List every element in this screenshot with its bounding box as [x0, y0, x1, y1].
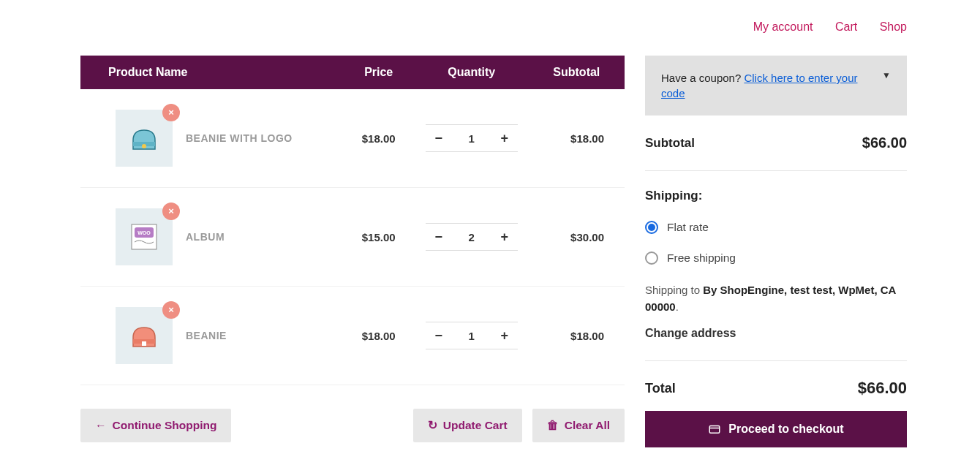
shipping-option-flat-rate[interactable]: Flat rate	[645, 221, 907, 234]
continue-shopping-button[interactable]: ← Continue Shopping	[80, 409, 231, 442]
qty-decrease-button[interactable]: −	[426, 224, 452, 250]
change-address-link[interactable]: Change address	[645, 327, 907, 340]
top-nav: My account Cart Shop	[80, 0, 907, 41]
remove-item-button[interactable]: ×	[162, 104, 180, 121]
shipping-to-text: Shipping to By ShopEngine, test test, Wp…	[645, 282, 907, 315]
chevron-down-icon: ▼	[882, 70, 891, 80]
table-row: × BEANIE WITH LOGO $18.00 − 1	[80, 89, 625, 188]
proceed-to-checkout-button[interactable]: Proceed to checkout	[645, 411, 907, 447]
nav-shop[interactable]: Shop	[880, 20, 907, 33]
shipping-option-label: Flat rate	[667, 221, 709, 234]
total-row: Total $66.00	[645, 361, 907, 411]
quantity-stepper: − 1 +	[426, 124, 518, 152]
update-cart-button[interactable]: ↻ Update Cart	[413, 409, 522, 442]
trash-icon: 🗑	[547, 419, 559, 432]
svg-rect-7	[710, 426, 720, 434]
col-subtotal: Subtotal	[536, 56, 625, 89]
col-product-name: Product Name	[80, 56, 350, 89]
radio-icon	[645, 251, 658, 265]
refresh-icon: ↻	[428, 419, 437, 432]
total-label: Total	[645, 381, 676, 396]
shipping-heading: Shipping	[645, 189, 907, 203]
card-icon	[708, 423, 721, 436]
subtotal-row: Subtotal $66.00	[645, 116, 907, 171]
nav-my-account[interactable]: My account	[753, 20, 813, 33]
quantity-stepper: − 2 +	[426, 223, 518, 251]
qty-value: 2	[452, 231, 491, 243]
cart-actions: ← Continue Shopping ↻ Update Cart 🗑 Clea…	[80, 409, 625, 442]
clear-all-button[interactable]: 🗑 Clear All	[532, 409, 625, 442]
product-price: $18.00	[350, 89, 407, 188]
shipping-block: Shipping Flat rate Free shipping Shippin…	[645, 171, 907, 361]
svg-text:WOO: WOO	[137, 230, 151, 235]
qty-increase-button[interactable]: +	[491, 322, 518, 349]
qty-value: 1	[452, 132, 491, 145]
product-subtotal: $18.00	[536, 89, 625, 188]
col-price: Price	[350, 56, 407, 89]
table-row: × WOO ALBUM $15.00 − 2	[80, 188, 625, 287]
cart-table: Product Name Price Quantity Subtotal ×	[80, 56, 625, 385]
cart-column: Product Name Price Quantity Subtotal ×	[80, 56, 625, 454]
continue-shopping-label: Continue Shopping	[113, 419, 217, 432]
subtotal-value: $66.00	[862, 135, 907, 151]
product-subtotal: $30.00	[536, 188, 625, 287]
radio-icon	[645, 221, 658, 234]
total-value: $66.00	[858, 379, 907, 398]
nav-cart[interactable]: Cart	[835, 20, 857, 33]
subtotal-label: Subtotal	[645, 136, 695, 151]
col-quantity: Quantity	[407, 56, 536, 89]
clear-all-label: Clear All	[565, 419, 610, 432]
qty-value: 1	[452, 330, 491, 342]
order-summary: Have a coupon? Click here to enter your …	[645, 56, 907, 454]
product-name[interactable]: BEANIE	[186, 330, 227, 341]
qty-increase-button[interactable]: +	[491, 224, 518, 250]
qty-increase-button[interactable]: +	[491, 125, 518, 151]
arrow-left-icon: ←	[95, 419, 107, 432]
svg-rect-6	[142, 341, 146, 346]
remove-item-button[interactable]: ×	[162, 203, 180, 220]
product-name[interactable]: BEANIE WITH LOGO	[186, 132, 293, 144]
product-name[interactable]: ALBUM	[186, 231, 225, 243]
table-row: × BEANIE $18.00 − 1	[80, 287, 625, 385]
coupon-box[interactable]: Have a coupon? Click here to enter your …	[645, 56, 907, 116]
coupon-prompt: Have a coupon?	[661, 72, 744, 84]
update-cart-label: Update Cart	[443, 419, 508, 432]
qty-decrease-button[interactable]: −	[426, 322, 452, 349]
product-price: $15.00	[350, 188, 407, 287]
product-price: $18.00	[350, 287, 407, 385]
quantity-stepper: − 1 +	[426, 322, 518, 349]
shipping-option-free[interactable]: Free shipping	[645, 251, 907, 265]
qty-decrease-button[interactable]: −	[426, 125, 452, 151]
svg-point-1	[142, 144, 146, 148]
shipping-option-label: Free shipping	[667, 251, 736, 265]
remove-item-button[interactable]: ×	[162, 301, 180, 319]
checkout-label: Proceed to checkout	[728, 423, 843, 436]
product-subtotal: $18.00	[536, 287, 625, 385]
